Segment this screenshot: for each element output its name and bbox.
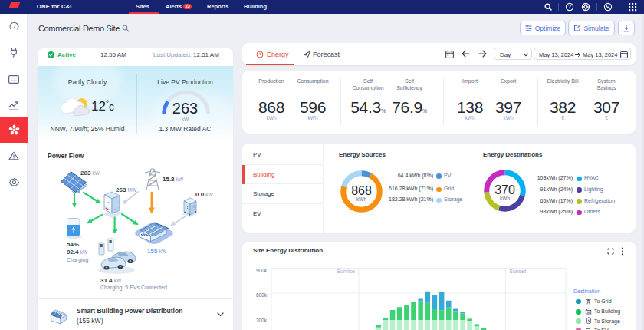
svg-text:600k: 600k xyxy=(256,292,268,298)
svg-text:155 kW: 155 kW xyxy=(147,248,167,255)
svg-text:15.8 kW: 15.8 kW xyxy=(163,176,184,183)
svg-text:900k: 900k xyxy=(256,268,268,273)
svg-text:0.0 kW: 0.0 kW xyxy=(196,191,214,198)
svg-text:?: ? xyxy=(568,4,571,9)
svg-text:31.4 kW: 31.4 kW xyxy=(100,277,122,284)
svg-text:Charging: Charging xyxy=(67,257,89,263)
svg-text:Sunset: Sunset xyxy=(509,269,526,274)
svg-text:92.4 kW: 92.4 kW xyxy=(67,249,88,256)
svg-text:Charging, 5 EVs Connected: Charging, 5 EVs Connected xyxy=(100,285,167,291)
svg-text:263 kW: 263 kW xyxy=(80,170,100,177)
svg-text:Sunrise: Sunrise xyxy=(337,269,355,274)
svg-text:300k: 300k xyxy=(256,318,268,323)
svg-text:263 MW: 263 MW xyxy=(116,186,137,193)
svg-text:54%: 54% xyxy=(67,241,79,248)
